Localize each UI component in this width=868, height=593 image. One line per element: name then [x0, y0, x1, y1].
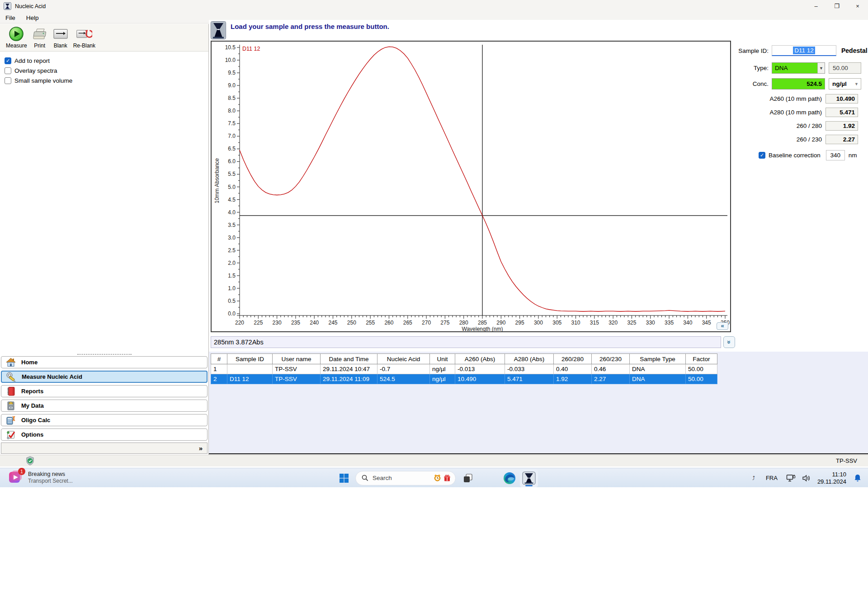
sample-type-select[interactable]: DNA ▼ [772, 62, 825, 74]
baseline-correction-checkbox[interactable]: ✓ [759, 152, 765, 159]
checkbox-row[interactable]: ✓ Add to report [5, 56, 72, 66]
checkbox-checked-icon[interactable]: ✓ [5, 57, 11, 64]
column-header[interactable]: Sample Type [630, 354, 686, 364]
column-header[interactable]: Nucleic Acid [377, 354, 430, 364]
sidebar-item-my-data[interactable]: My Data [1, 400, 208, 412]
svg-text:330: 330 [646, 320, 655, 326]
calculator-helix-icon [5, 415, 16, 426]
svg-text:220: 220 [235, 320, 244, 326]
svg-text:2.5: 2.5 [228, 247, 236, 254]
reblank-button[interactable]: Re-Blank [71, 25, 98, 49]
table-row[interactable]: 2D11 12TP-SSV29.11.2024 11:09524.5ng/µl1… [211, 374, 717, 384]
sample-parameter-panel: Sample ID: D11 12 Pedestal Type: DNA ▼ 5… [732, 41, 868, 332]
nav-expand-bar[interactable]: » [1, 442, 208, 454]
network-icon[interactable] [783, 474, 799, 483]
a280-label: A280 (10 mm path) [732, 109, 822, 116]
svg-text:255: 255 [366, 320, 375, 326]
window-title: Nucleic Acid [15, 3, 46, 9]
results-region: #Sample IDUser nameDate and TimeNucleic … [209, 352, 868, 454]
svg-text:8.0: 8.0 [228, 108, 236, 114]
unit-select[interactable]: ng/µl ▼ [829, 78, 861, 89]
column-header[interactable]: Unit [430, 354, 455, 364]
clock[interactable]: 11:10 29.11.2024 [814, 471, 850, 485]
restore-button[interactable]: ❐ [826, 0, 847, 12]
svg-text:285: 285 [478, 320, 487, 326]
task-view-button[interactable] [460, 471, 476, 486]
column-header[interactable]: User name [273, 354, 321, 364]
svg-text:7.5: 7.5 [228, 120, 236, 127]
splitter-grip[interactable] [77, 354, 132, 356]
svg-text:325: 325 [627, 320, 636, 326]
sidebar-item-oligo-calc[interactable]: Oligo Calc [1, 414, 208, 426]
search-icon [362, 475, 368, 481]
notification-bell-icon[interactable] [850, 474, 863, 482]
collapse-down-button[interactable]: » [723, 336, 735, 348]
sidebar-item-options[interactable]: Options [1, 428, 208, 441]
print-button[interactable]: Print [29, 25, 50, 49]
checkbox-row[interactable]: Small sample volume [5, 75, 72, 85]
baseline-wavelength-field[interactable]: 340 [826, 150, 845, 160]
language-indicator[interactable]: FRA [760, 475, 783, 481]
minimize-button[interactable]: – [806, 0, 826, 12]
svg-text:315: 315 [590, 320, 599, 326]
svg-text:245: 245 [329, 320, 338, 326]
pedestal-mode-label: Pedestal [841, 47, 868, 54]
checkbox-unchecked-icon[interactable] [5, 67, 11, 74]
sidebar-item-label: Measure Nucleic Acid [22, 373, 82, 380]
svg-text:4.0: 4.0 [228, 209, 236, 216]
start-button[interactable] [336, 471, 352, 486]
measure-button[interactable]: Measure [4, 25, 29, 49]
report-book-icon [5, 386, 16, 397]
column-header[interactable]: A260 (Abs) [455, 354, 505, 364]
checkbox-row[interactable]: Overlay spectra [5, 66, 72, 75]
svg-text:2.0: 2.0 [228, 260, 236, 266]
search-box[interactable]: Search [355, 471, 456, 485]
sidebar-item-measure-nucleic-acid[interactable]: Measure Nucleic Acid [1, 371, 208, 383]
svg-text:320: 320 [609, 320, 618, 326]
menu-help[interactable]: Help [21, 13, 44, 23]
menu-file[interactable]: File [0, 13, 21, 23]
column-header[interactable]: Sample ID [227, 354, 273, 364]
option-checkbox-list: ✓ Add to report Overlay spectra Small sa… [5, 56, 72, 85]
concentration-value: 524.5 [807, 80, 822, 87]
a280-value: 5.471 [826, 108, 858, 117]
column-header[interactable]: # [211, 354, 227, 364]
close-button[interactable]: × [847, 0, 868, 12]
status-message: Load your sample and press the measure b… [231, 23, 389, 30]
sidebar-item-home[interactable]: Home [1, 356, 208, 368]
results-table[interactable]: #Sample IDUser nameDate and TimeNucleic … [211, 353, 717, 384]
blank-button[interactable]: Blank [50, 25, 71, 49]
svg-text:9.5: 9.5 [228, 70, 236, 76]
table-row[interactable]: 1TP-SSV29.11.2024 10:47-0.7ng/µl-0.013-0… [211, 364, 717, 374]
checkbox-unchecked-icon[interactable] [5, 77, 11, 84]
alarm-clock-icon [434, 474, 441, 482]
column-header[interactable]: Date and Time [321, 354, 377, 364]
table-cell: 2 [211, 374, 227, 384]
table-cell: 1 [211, 364, 227, 374]
table-cell: -0.033 [505, 364, 554, 374]
edge-browser-button[interactable] [502, 471, 517, 486]
svg-text:D11 12: D11 12 [242, 46, 260, 52]
task-view-icon [463, 473, 473, 483]
column-header[interactable]: 260/230 [592, 354, 630, 364]
sample-id-input[interactable]: D11 12 [772, 45, 836, 56]
column-header[interactable]: A280 (Abs) [505, 354, 554, 364]
checkbox-label: Small sample volume [14, 77, 72, 84]
sidebar-item-reports[interactable]: Reports [1, 385, 208, 397]
column-header[interactable]: 260/280 [554, 354, 592, 364]
svg-text:7.0: 7.0 [228, 133, 236, 139]
volume-icon[interactable] [799, 474, 814, 482]
file-cabinet-icon [5, 400, 16, 411]
tray-expand-icon[interactable]: ⤴ [747, 475, 760, 481]
svg-text:6.0: 6.0 [228, 158, 236, 165]
notification-badge: 1 [18, 468, 25, 475]
table-cell: DNA [630, 364, 686, 374]
sidebar-nav: Home Measure Nucleic Acid Reports My Dat… [1, 356, 208, 443]
column-header[interactable]: Factor [686, 354, 717, 364]
nucleic-acid-app-task-button[interactable] [520, 469, 538, 487]
factor-field[interactable]: 50.00 [829, 62, 861, 74]
widgets-button[interactable]: 1 Breaking news Transport Secret... [8, 470, 73, 485]
printer-icon [32, 26, 48, 42]
svg-text:8.5: 8.5 [228, 95, 236, 101]
collapse-left-button[interactable]: « [717, 322, 728, 330]
